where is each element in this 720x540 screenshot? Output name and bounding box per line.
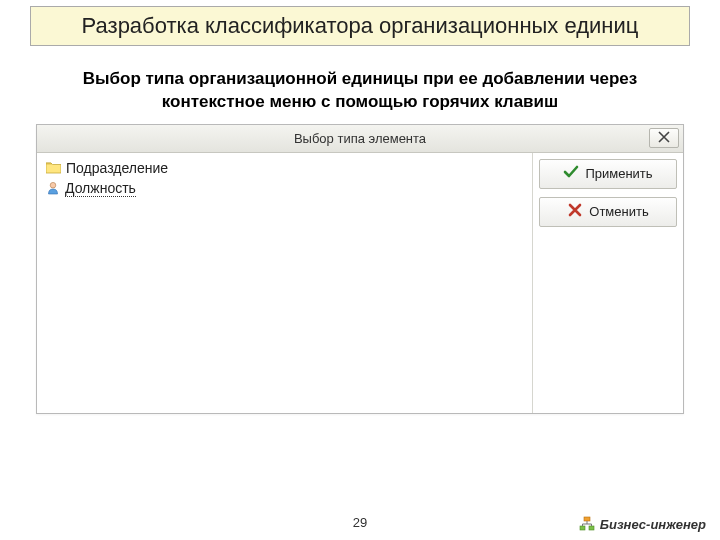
close-button[interactable] xyxy=(649,128,679,148)
dialog-body: Подразделение Должность Применить xyxy=(37,153,683,413)
list-item-label: Подразделение xyxy=(66,160,168,176)
list-item-position[interactable]: Должность xyxy=(43,178,526,199)
svg-rect-3 xyxy=(589,526,594,530)
svg-rect-2 xyxy=(580,526,585,530)
brand: Бизнес-инженер xyxy=(579,516,706,532)
check-icon xyxy=(563,164,579,183)
cross-icon xyxy=(567,202,583,221)
apply-button[interactable]: Применить xyxy=(539,159,677,189)
brand-label: Бизнес-инженер xyxy=(600,517,706,532)
cancel-button[interactable]: Отменить xyxy=(539,197,677,227)
list-item-subdivision[interactable]: Подразделение xyxy=(43,158,526,178)
slide-subtitle: Выбор типа организационной единицы при е… xyxy=(36,68,684,114)
item-list: Подразделение Должность xyxy=(37,153,533,413)
apply-label: Применить xyxy=(585,166,652,181)
dialog-window: Выбор типа элемента Подразделение xyxy=(36,124,684,414)
dialog-header: Выбор типа элемента xyxy=(37,125,683,153)
dialog-title: Выбор типа элемента xyxy=(37,131,683,146)
svg-point-0 xyxy=(50,183,56,189)
slide-title: Разработка классификатора организационны… xyxy=(30,6,690,46)
cancel-label: Отменить xyxy=(589,204,648,219)
person-icon xyxy=(46,181,60,195)
svg-rect-1 xyxy=(584,517,590,521)
folder-icon xyxy=(46,161,61,174)
org-chart-icon xyxy=(579,516,595,532)
page-number: 29 xyxy=(353,515,367,530)
close-icon xyxy=(658,129,670,147)
action-panel: Применить Отменить xyxy=(533,153,683,413)
list-item-label: Должность xyxy=(65,180,136,197)
